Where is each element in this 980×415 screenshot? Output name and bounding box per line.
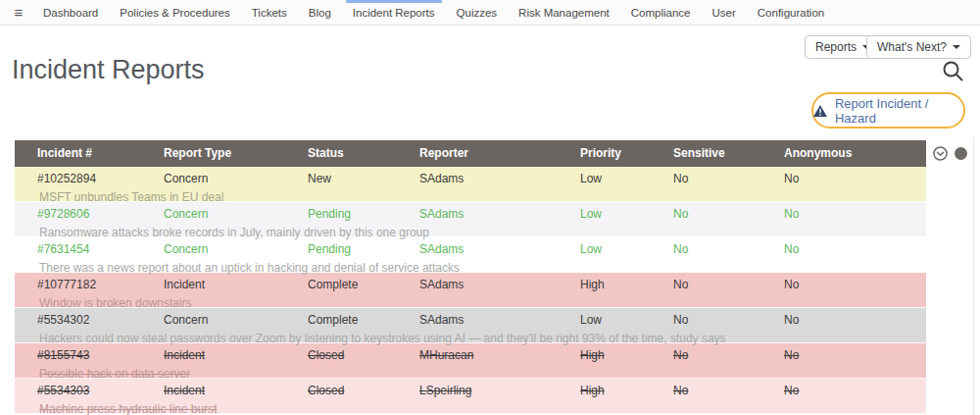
table-body: #10252894ConcernNewSAdamsLowNoNoMSFT unb… bbox=[15, 167, 926, 414]
cell-reporter: MHuracan bbox=[419, 348, 580, 364]
whats-next-dropdown-label: What's Next? bbox=[877, 40, 947, 54]
column-header-incident-[interactable]: Incident # bbox=[37, 140, 164, 167]
search-icon[interactable] bbox=[941, 59, 964, 82]
nav-item-blog[interactable]: Blog bbox=[298, 0, 342, 26]
column-header-priority[interactable]: Priority bbox=[580, 140, 673, 167]
cell-reporter: SAdams bbox=[419, 242, 580, 258]
cell-anonymous: No bbox=[784, 348, 926, 364]
cell-incident: #7631454 bbox=[37, 242, 164, 258]
nav-item-quizzes[interactable]: Quizzes bbox=[446, 0, 509, 26]
cell-report-type: Concern bbox=[164, 313, 308, 329]
cell-sensitive: No bbox=[673, 172, 784, 187]
cell-status: Complete bbox=[308, 313, 419, 329]
table-row[interactable]: #5534302ConcernCompleteSAdamsLowNoNoHack… bbox=[15, 308, 926, 343]
page-title: Incident Reports bbox=[12, 55, 205, 85]
cell-reporter: SAdams bbox=[419, 278, 580, 293]
cell-reporter: LSpeirling bbox=[419, 384, 580, 399]
cell-sensitive: No bbox=[673, 278, 784, 293]
cell-priority: Low bbox=[580, 242, 673, 258]
cell-priority: Low bbox=[580, 313, 673, 329]
cell-sensitive: No bbox=[673, 313, 784, 329]
nav-item-dashboard[interactable]: Dashboard bbox=[32, 0, 109, 26]
cell-report-type: Concern bbox=[164, 207, 308, 223]
cell-sensitive: No bbox=[673, 384, 784, 399]
table-row[interactable]: #5534303IncidentClosedLSpeirlingHighNoNo… bbox=[15, 379, 926, 414]
cell-anonymous: No bbox=[784, 207, 926, 223]
chevron-down-circle-icon[interactable] bbox=[933, 146, 948, 161]
cell-incident: #5534302 bbox=[37, 313, 164, 329]
panel-edge-divider bbox=[973, 137, 974, 415]
report-incident-hazard-button[interactable]: Report Incident / Hazard bbox=[811, 92, 965, 129]
cell-reporter: SAdams bbox=[419, 172, 580, 187]
cell-priority: High bbox=[580, 348, 673, 364]
cell-status: Complete bbox=[308, 278, 419, 293]
cell-priority: High bbox=[580, 278, 673, 293]
caret-down-icon bbox=[953, 45, 960, 49]
column-header-report-type[interactable]: Report Type bbox=[164, 140, 308, 167]
incident-table: Incident #Report TypeStatusReporterPrior… bbox=[15, 140, 926, 414]
cell-anonymous: No bbox=[784, 313, 926, 329]
record-dot-icon[interactable] bbox=[955, 147, 967, 160]
cell-priority: Low bbox=[580, 172, 673, 187]
cell-status: Pending bbox=[308, 242, 419, 258]
nav-item-incident-reports[interactable]: Incident Reports bbox=[342, 0, 446, 26]
cell-report-type: Concern bbox=[164, 242, 308, 258]
cell-report-type: Concern bbox=[164, 172, 308, 187]
cell-report-type: Incident bbox=[164, 384, 308, 399]
nav-item-tickets[interactable]: Tickets bbox=[241, 0, 298, 26]
cell-incident: #9728606 bbox=[37, 207, 164, 223]
cell-report-type: Incident bbox=[164, 348, 308, 364]
nav-item-configuration[interactable]: Configuration bbox=[747, 0, 835, 26]
cell-sensitive: No bbox=[673, 348, 784, 364]
cell-report-type: Incident bbox=[164, 278, 308, 293]
cell-sensitive: No bbox=[673, 242, 784, 258]
whats-next-dropdown-button[interactable]: What's Next? bbox=[866, 35, 971, 59]
cell-priority: Low bbox=[580, 207, 673, 223]
top-navbar: ≡ DashboardPolicies & ProceduresTicketsB… bbox=[0, 0, 980, 26]
cell-status: Closed bbox=[308, 384, 419, 399]
incident-reports-page: ≡ DashboardPolicies & ProceduresTicketsB… bbox=[0, 0, 980, 415]
row-summary: Machine press hydraulic line burst bbox=[37, 402, 926, 415]
cell-reporter: SAdams bbox=[419, 207, 580, 223]
column-header-status[interactable]: Status bbox=[308, 140, 419, 167]
cell-sensitive: No bbox=[673, 207, 784, 223]
cell-anonymous: No bbox=[784, 384, 926, 399]
hamburger-icon[interactable]: ≡ bbox=[10, 0, 27, 26]
reports-dropdown-label: Reports bbox=[815, 40, 857, 54]
table-row[interactable]: #9728606ConcernPendingSAdamsLowNoNoRanso… bbox=[15, 202, 926, 237]
column-header-anonymous[interactable]: Anonymous bbox=[784, 140, 926, 167]
cell-status: New bbox=[308, 172, 419, 187]
cell-status: Closed bbox=[308, 348, 419, 364]
table-row[interactable]: #8155743IncidentClosedMHuracanHighNoNoPo… bbox=[15, 343, 926, 379]
table-row[interactable]: #10252894ConcernNewSAdamsLowNoNoMSFT unb… bbox=[15, 167, 926, 202]
table-header: Incident #Report TypeStatusReporterPrior… bbox=[15, 140, 926, 167]
table-row[interactable]: #7631454ConcernPendingSAdamsLowNoNoThere… bbox=[15, 237, 926, 273]
cell-anonymous: No bbox=[784, 242, 926, 258]
cell-status: Pending bbox=[308, 207, 419, 223]
cell-incident: #10252894 bbox=[37, 172, 164, 187]
nav-items: DashboardPolicies & ProceduresTicketsBlo… bbox=[32, 0, 835, 26]
cell-incident: #5534303 bbox=[37, 384, 164, 399]
nav-item-risk-management[interactable]: Risk Management bbox=[508, 0, 620, 26]
cell-priority: High bbox=[580, 384, 673, 399]
nav-item-user[interactable]: User bbox=[702, 0, 747, 26]
cell-incident: #8155743 bbox=[37, 348, 164, 364]
table-row[interactable]: #10777182IncidentCompleteSAdamsHighNoNoW… bbox=[15, 273, 926, 308]
cell-reporter: SAdams bbox=[419, 313, 580, 329]
column-header-reporter[interactable]: Reporter bbox=[419, 140, 580, 167]
cell-incident: #10777182 bbox=[37, 278, 164, 293]
nav-item-compliance[interactable]: Compliance bbox=[620, 0, 702, 26]
column-header-sensitive[interactable]: Sensitive bbox=[673, 140, 784, 167]
nav-item-policies-procedures[interactable]: Policies & Procedures bbox=[109, 0, 241, 26]
warning-triangle-icon bbox=[813, 104, 827, 118]
cell-anonymous: No bbox=[784, 278, 926, 293]
cell-anonymous: No bbox=[784, 172, 926, 187]
report-incident-hazard-label: Report Incident / Hazard bbox=[835, 96, 963, 126]
